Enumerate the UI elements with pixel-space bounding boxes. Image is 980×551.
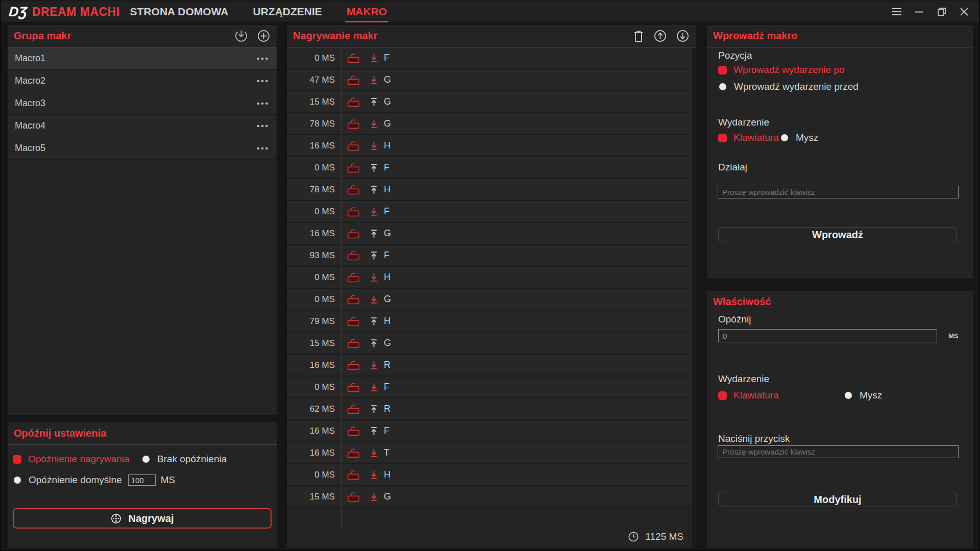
macro-recording-panel: Nagrywanie makr 0 MS: [287, 25, 696, 547]
press-key-input[interactable]: [718, 445, 959, 458]
macro-list-item-macro1[interactable]: Macro1•••: [8, 47, 277, 70]
macro-event-row[interactable]: 0 MS H: [287, 267, 692, 289]
macro-event-row[interactable]: 15 MS G: [287, 486, 692, 508]
macro-event-row[interactable]: 15 MS G: [287, 91, 692, 113]
macro-list-item-macro4[interactable]: Macro4•••: [8, 115, 277, 137]
more-options-icon[interactable]: •••: [257, 144, 270, 153]
radio-selected-icon[interactable]: [718, 66, 727, 74]
macro-event-row[interactable]: 0 MS F: [287, 157, 692, 179]
keyboard-icon: [347, 118, 360, 130]
property-event-option-mysz[interactable]: Mysz: [844, 390, 882, 401]
more-options-icon[interactable]: •••: [257, 54, 270, 63]
macro-event-row[interactable]: 0 MS G: [287, 289, 692, 311]
more-options-icon[interactable]: •••: [257, 121, 270, 130]
keyboard-icon: [347, 447, 360, 459]
key-press-icon: [370, 207, 378, 217]
macro-list-item-macro3[interactable]: Macro3•••: [8, 92, 277, 115]
insert-button[interactable]: Wprowadź: [718, 227, 957, 242]
radio-unselected-icon[interactable]: [142, 456, 150, 463]
macro-group-header: Grupa makr: [8, 25, 277, 47]
macro-event-row[interactable]: 16 MS R: [287, 355, 692, 377]
key-press-icon: [370, 382, 378, 392]
delay-option-brak-op-nienia[interactable]: Brak opóźnienia: [141, 454, 227, 465]
main-nav: STRONA DOMOWAURZĄDZENIEMAKRO: [130, 6, 387, 18]
event-delay-time: 15 MS: [287, 338, 341, 348]
import-macro-icon[interactable]: [234, 29, 248, 43]
keyboard-icon: [347, 315, 360, 327]
macro-event-row[interactable]: 78 MS H: [287, 179, 692, 201]
nav-item-urz-dzenie[interactable]: URZĄDZENIE: [253, 6, 322, 18]
radio-unselected-icon[interactable]: [719, 83, 726, 90]
insert-macro-header: Wprowadź makro: [707, 25, 973, 47]
macro-event-row[interactable]: 16 MS F: [287, 420, 692, 442]
delay-option-op-nienie-nagrywania[interactable]: Opóźnienie nagrywania: [13, 454, 141, 465]
keyboard-icon: [347, 140, 360, 152]
event-key: R: [384, 360, 390, 370]
radio-option-label: Wprowadź wydarzenie po: [733, 64, 845, 76]
radio-unselected-icon[interactable]: [781, 134, 788, 141]
minimize-button[interactable]: [911, 4, 927, 20]
position-option-wprowad-wydarzenie-przed[interactable]: Wprowadź wydarzenie przed: [718, 81, 859, 92]
macro-event-row[interactable]: 47 MS G: [287, 69, 692, 91]
macro-event-row[interactable]: 78 MS G: [287, 113, 692, 135]
delete-event-icon[interactable]: [632, 30, 645, 43]
delay-option-op-nienie-domy-lne[interactable]: Opóźnienie domyślne: [13, 474, 122, 486]
event-key: G: [384, 338, 391, 348]
macro-event-row[interactable]: 79 MS H: [287, 311, 692, 333]
modify-button[interactable]: Modyfikuj: [718, 492, 957, 507]
maximize-button[interactable]: [934, 4, 950, 20]
macro-event-row[interactable]: 16 MS G: [287, 223, 692, 245]
macro-list-item-macro5[interactable]: Macro5•••: [8, 137, 277, 160]
nav-item-strona-domowa[interactable]: STRONA DOMOWA: [130, 6, 229, 18]
key-press-icon: [370, 53, 378, 63]
move-down-icon[interactable]: [676, 29, 690, 43]
action-key-input[interactable]: [718, 186, 959, 198]
property-event-option-klawiatura[interactable]: Klawiatura: [718, 390, 844, 401]
keyboard-icon: [347, 425, 360, 437]
brand-title: DREAM MACHI: [32, 5, 120, 19]
position-option-wprowad-wydarzenie-po[interactable]: Wprowadź wydarzenie po: [718, 64, 859, 76]
event-delay-time: 15 MS: [287, 492, 341, 502]
more-options-icon[interactable]: •••: [257, 77, 270, 85]
move-up-icon[interactable]: [653, 29, 667, 43]
macro-list-item-macro2[interactable]: Macro2•••: [8, 70, 277, 92]
insert-event-option-mysz[interactable]: Mysz: [780, 132, 818, 143]
radio-selected-icon[interactable]: [13, 455, 21, 464]
add-macro-icon[interactable]: [257, 29, 271, 43]
keyboard-icon: [347, 74, 360, 86]
macro-event-row[interactable]: 93 MS F: [287, 245, 692, 267]
menu-icon[interactable]: [889, 4, 905, 20]
macro-event-row[interactable]: 16 MS T: [287, 442, 692, 464]
radio-selected-icon[interactable]: [718, 134, 727, 142]
nav-item-makro[interactable]: MAKRO: [347, 6, 387, 18]
event-list-scrollbar[interactable]: [692, 47, 696, 547]
event-delay-time: 0 MS: [287, 470, 341, 480]
insert-event-option-klawiatura[interactable]: Klawiatura: [718, 132, 780, 143]
macro-event-row[interactable]: 62 MS R: [287, 398, 692, 420]
record-reel-icon: [111, 513, 121, 524]
macro-event-row[interactable]: 0 MS F: [287, 377, 692, 398]
record-button[interactable]: Nagrywaj: [13, 508, 272, 529]
key-press-icon: [370, 470, 378, 480]
macro-event-row[interactable]: 0 MS F: [287, 47, 692, 69]
event-key: F: [384, 250, 389, 261]
close-button[interactable]: [956, 4, 972, 20]
window-controls: [889, 4, 972, 20]
event-key: F: [384, 425, 389, 436]
key-press-icon: [370, 448, 378, 458]
key-release-icon: [370, 251, 378, 261]
macro-event-row[interactable]: 0 MS F: [287, 201, 692, 223]
delay-value-input[interactable]: [718, 329, 937, 342]
radio-selected-icon[interactable]: [718, 391, 727, 400]
event-key: G: [384, 96, 391, 107]
clock-icon: [628, 531, 639, 542]
keyboard-icon: [347, 249, 360, 261]
macro-event-row[interactable]: 16 MS H: [287, 135, 692, 157]
radio-unselected-icon[interactable]: [14, 477, 21, 484]
more-options-icon[interactable]: •••: [257, 99, 270, 108]
macro-event-row[interactable]: 15 MS G: [287, 333, 692, 355]
property-title: Właściwość: [713, 296, 771, 308]
macro-event-row[interactable]: 0 MS H: [287, 464, 692, 486]
radio-unselected-icon[interactable]: [845, 392, 852, 399]
default-delay-input[interactable]: [128, 474, 156, 486]
